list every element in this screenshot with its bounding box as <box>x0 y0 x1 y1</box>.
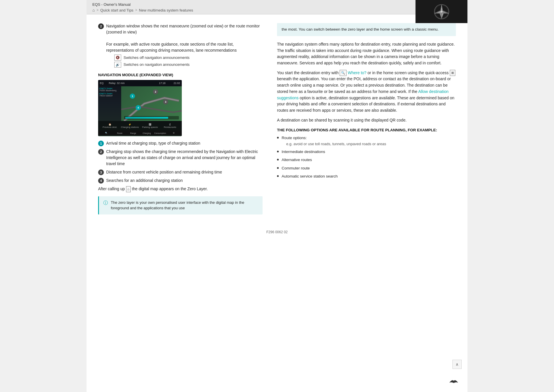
switch-off-icon: 🔇 <box>114 55 121 61</box>
home-icon[interactable]: ⌂ <box>92 8 95 12</box>
breadcrumb-sep1: > <box>96 8 98 12</box>
nav-left-panel: IONITY GmbH 74355 Staufenberg IONITY Gmb… <box>98 86 121 121</box>
nav-section-heading: NAVIGATION MODULE (EXPANDED VIEW) <box>98 73 263 77</box>
search-inline-icon: 🔍 <box>340 70 347 76</box>
main-content: 2 Navigation window shows the next manoe… <box>87 14 467 230</box>
item-text-3: Distance from current vehicle position a… <box>106 169 263 175</box>
list-item: Alternative routes <box>277 157 456 163</box>
intro-text: Navigation window shows the next manoeuv… <box>106 23 263 69</box>
nav-roads <box>121 86 182 121</box>
tab-range: Range <box>127 132 140 134</box>
nav-charging: ⚡Charging stations <box>121 123 140 128</box>
info-box-content: ⓘ The zero layer is your own personalise… <box>103 200 258 211</box>
nav-progress <box>124 116 179 120</box>
breadcrumb-item2: New multimedia system features <box>139 8 193 12</box>
nav-parking: 🅿Parking spaces <box>141 123 160 128</box>
list-item: Commuter route <box>277 165 456 171</box>
item-circle-4: 4 <box>98 178 104 184</box>
item-circle-2: 2 <box>98 149 104 155</box>
home-inline-icon: ⌂ <box>126 186 131 192</box>
nav-para-2: You start the destination entry with 🔍 W… <box>277 70 456 114</box>
nav-tab-bar: 🔍 Route Range Charging Consumption ⚙ <box>98 130 182 136</box>
page-ref-text: F296 0062 02 <box>266 230 288 234</box>
bullet-dot <box>277 159 279 160</box>
switch-off-label: Switches off navigation announcements <box>123 55 190 61</box>
right-column: the most. You can switch between the zer… <box>271 23 456 219</box>
route-options-heading: THE FOLLOWING OPTIONS ARE AVAILABLE FOR … <box>277 128 456 132</box>
tab-consumption: Consumption <box>154 132 167 134</box>
list-item: Automatic service station search <box>277 173 456 179</box>
blue-box-text: the most. You can switch between the zer… <box>282 27 439 31</box>
chevron-up-icon: ∧ <box>456 362 458 367</box>
nav-para-1: The navigation system offers many option… <box>277 41 456 66</box>
tab-route: Route <box>113 132 126 134</box>
switch-off-row: 🔇 Switches off navigation announcements <box>114 55 263 61</box>
bullet-dot <box>277 151 279 152</box>
svg-point-3 <box>441 11 443 13</box>
item-number-2: 2 <box>98 23 104 29</box>
nav-prev-dest: 🏠Previous dest. <box>100 123 119 128</box>
list-item: Intermediate destinations <box>277 149 456 155</box>
bullet-dot <box>277 167 279 169</box>
bullet-dot <box>277 137 279 139</box>
bird-logo-svg <box>449 377 459 384</box>
nav-map: 1 2 3 4 <box>121 86 182 121</box>
list-item: Route options: e.g. avoid or use toll ro… <box>277 135 456 147</box>
nav-restaurants: 🍴Restaurants <box>161 123 180 128</box>
switch-on-label: Switches on navigation announcements <box>123 62 190 68</box>
breadcrumb: ⌂ > Quick start and Tips > New multimedi… <box>92 8 462 12</box>
tab-charging: Charging <box>140 132 153 134</box>
quickaccess-inline-icon: ⊞ <box>450 70 455 76</box>
nav-circle-3: 3 <box>163 99 168 104</box>
nav-progress-bar <box>125 117 168 119</box>
item-text-2: Charging stop shows the charging time re… <box>106 149 263 167</box>
nav-circle-1: 1 <box>130 94 135 99</box>
nav-circle-2: 2 <box>153 89 158 94</box>
mercedes-logo <box>434 4 450 20</box>
nav-content: IONITY GmbH 74355 Staufenberg IONITY Gmb… <box>98 86 182 121</box>
nav-top-bar: EQ Relay: 32 min 17:18 21:02 <box>98 80 182 86</box>
item-circle-3: 3 <box>98 169 104 175</box>
list-item-content: Route options: e.g. avoid or use toll ro… <box>282 135 386 147</box>
list-item-1: 1 Arrival time at charging stop, type of… <box>98 140 263 146</box>
intro-item: 2 Navigation window shows the next manoe… <box>98 23 263 69</box>
nav-image-inner: EQ Relay: 32 min 17:18 21:02 IONITY GmbH… <box>98 80 182 136</box>
bullet-dot <box>277 175 279 177</box>
breadcrumb-sep2: > <box>135 8 137 12</box>
breadcrumb-item1[interactable]: Quick start and Tips <box>100 8 133 12</box>
info-box: ⓘ The zero layer is your own personalise… <box>98 196 263 214</box>
list-item-sub: e.g. avoid or use toll roads, tunnels, u… <box>286 141 386 147</box>
footer-brand-logo <box>449 377 459 386</box>
list-item-4: 4 Searches for an additional charging st… <box>98 178 263 184</box>
scroll-top-button[interactable]: ∧ <box>452 360 462 369</box>
nav-para-3: A destination can be shared by scanning … <box>277 117 456 124</box>
switch-on-row: 🔊 Switches on navigation announcements <box>114 62 263 68</box>
header: EQS - Owner's Manual ⌂ > Quick start and… <box>87 0 467 14</box>
document-title: EQS - Owner's Manual <box>92 2 462 7</box>
item-text-1: Arrival time at charging stop, type of c… <box>106 140 263 146</box>
info-circle-icon: ⓘ <box>103 200 108 206</box>
info-box-text: The zero layer is your own personalised … <box>111 200 258 211</box>
nav-circle-4: 4 <box>136 105 141 110</box>
nav-module-image: EQ Relay: 32 min 17:18 21:02 IONITY GmbH… <box>98 80 182 136</box>
page-reference: F296 0062 02 <box>87 230 467 240</box>
switch-on-icon: 🔊 <box>114 62 121 68</box>
after-image-para: After calling up ⌂ the digital map appea… <box>98 186 263 192</box>
logo-area <box>415 0 467 23</box>
nav-bottom-bar: 🏠Previous dest. ⚡Charging stations 🅿Park… <box>98 121 182 130</box>
where-to-link[interactable]: Where to? <box>348 70 366 75</box>
item-circle-1: 1 <box>98 141 104 146</box>
route-options-list: Route options: e.g. avoid or use toll ro… <box>277 135 456 179</box>
list-item-2: 2 Charging stop shows the charging time … <box>98 149 263 167</box>
page-container: EQS - Owner's Manual ⌂ > Quick start and… <box>87 0 467 392</box>
blue-continuation-box: the most. You can switch between the zer… <box>277 23 456 36</box>
list-item-3: 3 Distance from current vehicle position… <box>98 169 263 175</box>
left-column: 2 Navigation window shows the next manoe… <box>98 23 271 219</box>
item-text-4: Searches for an additional charging stat… <box>106 178 263 184</box>
